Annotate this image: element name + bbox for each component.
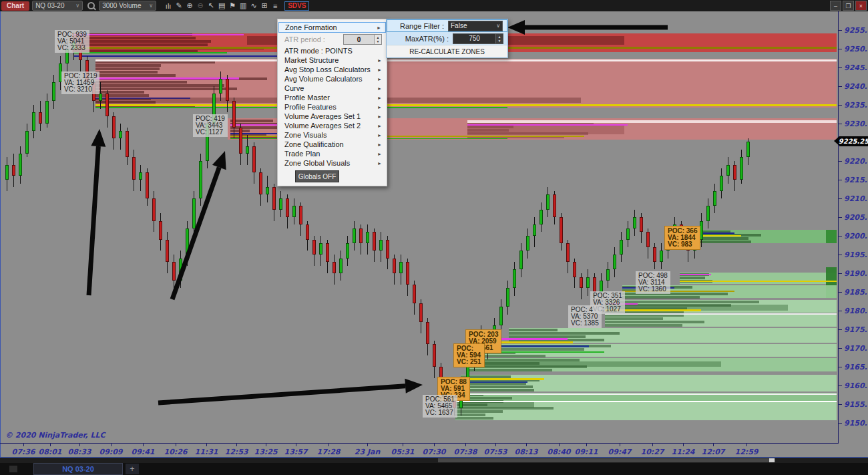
- max-atr-row: MaxATR(%) : 750 ▲▼: [387, 32, 507, 45]
- menu-item-volume-averages-set-1[interactable]: Volume Averages Set 1►: [278, 112, 387, 121]
- time-tick-label: 05:31: [391, 448, 414, 456]
- time-tick-label: 08:01: [38, 448, 61, 456]
- chart-toolbar: Chart NQ 03-20 ∨ 3000 Volume ∨ ılı✎⊕⊖↖▤⚑…: [0, 0, 868, 11]
- zone-line: [495, 351, 604, 353]
- scrollbar-handle[interactable]: [769, 458, 775, 462]
- atr-period-input[interactable]: 0 ▲▼: [343, 34, 382, 45]
- minimize-button[interactable]: –: [830, 1, 841, 11]
- menu-item-curve[interactable]: Curve►: [278, 84, 387, 93]
- polyline-icon[interactable]: ∿: [248, 1, 259, 11]
- menu-item-label: Market Structure: [284, 56, 339, 64]
- menu-item-volume-averages-set-2[interactable]: Volume Averages Set 2►: [278, 121, 387, 130]
- chart-tab-bar: NQ 03-20 +: [0, 463, 868, 475]
- menu-item-zone-formation[interactable]: Zone Formation►: [278, 22, 386, 33]
- time-tick-label: 10:27: [640, 448, 664, 456]
- menu-item-label: Trade Plan: [284, 150, 320, 158]
- menu-item-zone-qualification[interactable]: Zone Qualification►: [278, 140, 387, 149]
- flag-icon[interactable]: ⚑: [227, 1, 238, 11]
- menu-item-profile-features[interactable]: Profile Features►: [278, 102, 387, 112]
- tab-nq-03-20[interactable]: NQ 03-20: [33, 463, 123, 475]
- max-atr-input[interactable]: 750 ▲▼: [453, 33, 503, 44]
- time-tick: [266, 443, 266, 446]
- candle-body: [192, 198, 196, 228]
- search-icon[interactable]: [85, 1, 96, 11]
- horizontal-scrollbar[interactable]: [0, 458, 868, 463]
- printer-icon[interactable]: ▥: [238, 1, 248, 11]
- recalculate-zones-button[interactable]: RE-CALCULATE ZONES: [387, 45, 507, 57]
- submenu-arrow-icon: ►: [377, 25, 381, 30]
- instrument-dropdown[interactable]: NQ 03-20 ∨: [32, 1, 83, 11]
- menu-item-profile-master[interactable]: Profile Master►: [278, 93, 387, 102]
- volume-profile-bar: [95, 71, 158, 73]
- candle-body: [646, 232, 650, 247]
- volume-profile-bar: [509, 329, 558, 331]
- menu-item-avg-stop-loss-calculators[interactable]: Avg Stop Loss Calculators►: [278, 65, 387, 74]
- cursor-icon[interactable]: ↖: [206, 1, 216, 11]
- pencil-icon[interactable]: ✎: [174, 1, 184, 11]
- scrollbar-thumb[interactable]: [438, 458, 775, 462]
- bar-chart-icon[interactable]: ılı: [163, 1, 174, 11]
- price-tick-label: 9195.00: [844, 251, 868, 259]
- volume-profile-bar: [73, 37, 196, 39]
- price-tick-label: 9250.00: [844, 45, 868, 53]
- candle-body: [586, 277, 590, 289]
- chart-settings-icon[interactable]: ⊞: [259, 1, 270, 11]
- price-tick-label: 9150.00: [844, 419, 868, 428]
- menu-item-zone-visuals[interactable]: Zone Visuals►: [278, 130, 387, 140]
- close-button[interactable]: ×: [855, 1, 867, 11]
- candle-body: [366, 232, 369, 243]
- menu-item-avg-volume-calculators[interactable]: Avg Volume Calculators►: [278, 74, 387, 84]
- zoom-out-icon[interactable]: ⊖: [195, 1, 206, 11]
- zone-line: [461, 381, 527, 383]
- add-tab-button[interactable]: +: [126, 464, 139, 474]
- sdvs-indicator-button[interactable]: SDVS: [284, 1, 309, 11]
- interval-dropdown[interactable]: 3000 Volume ∨: [99, 1, 156, 11]
- restore-button[interactable]: ❐: [843, 1, 854, 11]
- time-tick-label: 09:11: [574, 448, 598, 456]
- price-tick: [838, 124, 842, 124]
- candle-body: [52, 82, 55, 101]
- time-tick: [143, 443, 144, 446]
- zoom-in-icon[interactable]: ⊕: [184, 1, 195, 11]
- candle-body: [146, 172, 149, 198]
- time-tick: [434, 443, 435, 446]
- price-tick-label: 9200.00: [844, 232, 868, 241]
- candle-body: [299, 206, 302, 224]
- time-tick: [206, 443, 207, 446]
- price-tick: [838, 30, 842, 31]
- price-tick-label: 9230.00: [844, 120, 868, 128]
- time-tick: [746, 443, 747, 446]
- menu-item-atr-period[interactable]: ATR period : 0 ▲▼: [278, 33, 387, 46]
- candle-body: [12, 165, 15, 176]
- time-tick: [23, 443, 24, 446]
- spinner-arrows-icon[interactable]: ▲▼: [374, 35, 381, 44]
- globals-off-button[interactable]: Globals OFF: [295, 170, 339, 182]
- candle-body: [506, 288, 509, 307]
- menu-item-trade-plan[interactable]: Trade Plan►: [278, 149, 387, 158]
- candle-body: [600, 281, 603, 292]
- candle-body: [399, 262, 403, 273]
- menu-item-zone-global-visuals[interactable]: Zone Global Visuals►: [278, 158, 387, 168]
- list-icon[interactable]: ≡: [270, 1, 280, 11]
- atr-period-value: 0: [344, 36, 374, 43]
- candle-body: [546, 194, 550, 209]
- note-icon[interactable]: ▤: [216, 1, 227, 11]
- candle-body: [519, 251, 523, 269]
- candle-body: [105, 94, 109, 116]
- candle-body: [720, 176, 723, 190]
- range-filter-label: Range Filter :: [400, 22, 444, 30]
- spinner-arrows-icon[interactable]: ▲▼: [495, 34, 503, 43]
- range-filter-dropdown[interactable]: False ∨: [448, 21, 503, 31]
- candle-body: [560, 217, 563, 243]
- submenu-arrow-icon: ►: [377, 142, 382, 147]
- chart-tab-label[interactable]: Chart: [1, 1, 29, 11]
- candle-body: [333, 262, 336, 273]
- menu-item-label: Curve: [284, 84, 304, 92]
- range-filter-row[interactable]: Range Filter : False ∨: [387, 19, 507, 32]
- menu-item-atr-mode-points[interactable]: ATR mode : POINTS: [278, 46, 387, 55]
- menu-item-market-structure[interactable]: Market Structure►: [278, 55, 387, 65]
- candle-body: [419, 303, 423, 322]
- candle-body: [606, 269, 610, 281]
- volume-profile-bar: [95, 84, 224, 87]
- candle-body: [613, 255, 616, 269]
